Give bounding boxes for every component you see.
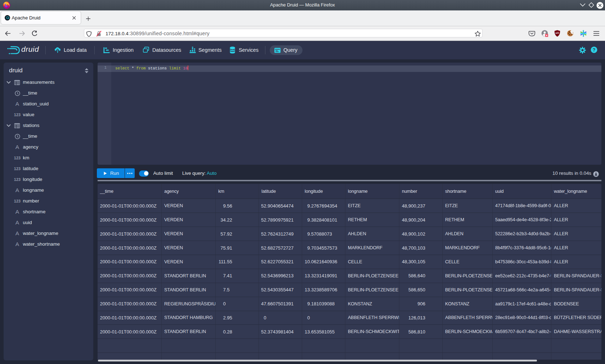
svg-text:?: ? [593, 47, 596, 52]
svg-text:uO: uO [555, 31, 559, 35]
